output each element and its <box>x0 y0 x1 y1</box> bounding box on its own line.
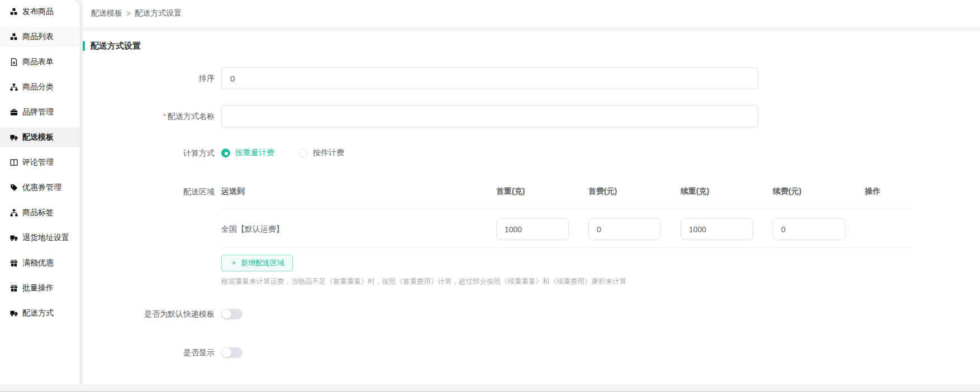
required-asterisk: * <box>163 112 166 121</box>
truck-icon <box>9 133 18 142</box>
title-accent-bar <box>83 41 85 51</box>
toggle-knob <box>222 348 231 357</box>
sidebar-item-label: 批量操作 <box>22 283 54 293</box>
sidebar-item-return-address-settings[interactable]: 退货地址设置 <box>0 228 80 248</box>
delivery-area-table: 运送到 首重(克) 首费(元) 续重(克) 续费(元) 操作 全国【默认运费】 <box>221 182 911 248</box>
calc-method-label: 计算方式 <box>83 147 221 159</box>
table-row: 全国【默认运费】 <box>221 209 911 248</box>
page-title-block: 配送方式设置 <box>83 40 980 51</box>
visible-toggle[interactable] <box>221 347 242 358</box>
sidebar-item-batch-operations[interactable]: 批量操作 <box>0 278 80 298</box>
first-weight-input[interactable] <box>496 218 569 240</box>
delivery-area-row: 配送区域 运送到 首重(克) 首费(元) 续重(克) 续费(元) 操作 全国【默… <box>83 182 980 286</box>
gift-icon <box>9 259 18 267</box>
name-label: *配送方式名称 <box>83 105 221 127</box>
sidebar-item-publish-product[interactable]: 发布商品 <box>0 2 80 22</box>
sidebar-item-product-form[interactable]: 商品表单 <box>0 52 80 72</box>
briefcase-icon <box>9 108 18 117</box>
sort-row: 排序 <box>83 67 980 89</box>
radio-by-weight[interactable]: 按重量计费 <box>221 148 274 158</box>
sidebar-item-delivery-method[interactable]: 配送方式 <box>0 303 80 323</box>
bottom-scroll-strip[interactable] <box>0 384 980 392</box>
sidebar-item-label: 评论管理 <box>22 157 54 168</box>
gift-icon <box>9 284 18 293</box>
sidebar-item-label: 商品分类 <box>22 82 54 92</box>
sidebar-item-label: 退货地址设置 <box>22 233 69 243</box>
sidebar-item-label: 优惠券管理 <box>22 183 61 193</box>
plus-icon: ＋ <box>230 258 237 268</box>
main-panel: 配送方式设置 排序 *配送方式名称 计算方式 <box>83 31 980 384</box>
sidebar-item-label: 配送方式 <box>22 308 54 318</box>
sidebar-item-full-discount[interactable]: 满额优惠 <box>0 253 80 273</box>
sidebar-item-product-list[interactable]: 商品列表 <box>0 27 80 47</box>
default-template-row: 是否为默认快递模板 <box>83 309 980 319</box>
sidebar-item-label: 商品表单 <box>22 57 54 67</box>
delivery-settings-form: 排序 *配送方式名称 计算方式 按重量计费 <box>83 67 980 358</box>
next-fee-input[interactable] <box>773 218 845 240</box>
table-header-row: 运送到 首重(克) 首费(元) 续重(克) 续费(元) 操作 <box>221 182 911 209</box>
add-delivery-area-button[interactable]: ＋ 新增配送区域 <box>221 255 293 271</box>
sitemap-icon <box>9 83 18 92</box>
app-window: 发布商品 商品列表 商品表单 商品分类 品牌管理 <box>0 0 980 392</box>
col-ship-to: 运送到 <box>221 187 496 197</box>
sidebar-item-label: 配送模板 <box>22 132 54 142</box>
default-template-label: 是否为默认快递模板 <box>83 309 221 319</box>
sidebar-item-product-category[interactable]: 商品分类 <box>0 77 80 97</box>
file-icon <box>9 58 18 66</box>
col-next-weight: 续重(克) <box>681 187 773 197</box>
sidebar-item-label: 商品标签 <box>22 208 54 218</box>
calc-method-row: 计算方式 按重量计费 按件计费 <box>83 147 980 159</box>
breadcrumb-current-page: 配送方式设置 <box>135 8 182 18</box>
cubes-icon <box>9 33 18 41</box>
sidebar-item-review-management[interactable]: 评论管理 <box>0 152 80 173</box>
visible-row: 是否显示 <box>83 347 980 358</box>
sidebar-item-product-tags[interactable]: 商品标签 <box>0 203 80 223</box>
delivery-area-label: 配送区域 <box>83 182 221 197</box>
radio-unselected-icon <box>299 149 308 157</box>
toggle-knob <box>222 309 231 319</box>
visible-label: 是否显示 <box>83 347 221 358</box>
radio-by-piece[interactable]: 按件计费 <box>299 148 344 158</box>
sidebar-item-coupon-management[interactable]: 优惠券管理 <box>0 178 80 198</box>
next-weight-input[interactable] <box>681 218 753 240</box>
sidebar-item-delivery-template[interactable]: 配送模板 <box>0 127 80 147</box>
col-first-weight: 首重(克) <box>496 187 588 197</box>
col-actions: 操作 <box>865 187 911 197</box>
delivery-name-input[interactable] <box>221 105 758 127</box>
sidebar-item-label: 品牌管理 <box>22 107 54 117</box>
breadcrumb-delivery-template[interactable]: 配送模板 <box>91 8 122 18</box>
truck-icon <box>9 309 18 318</box>
sort-label: 排序 <box>83 67 221 89</box>
sort-input[interactable] <box>221 67 758 89</box>
breadcrumb-separator: > <box>126 9 131 18</box>
radio-selected-icon <box>221 149 230 157</box>
sidebar-item-label: 满额优惠 <box>22 258 54 268</box>
sitemap-icon <box>9 209 18 217</box>
sidebar: 发布商品 商品列表 商品表单 商品分类 品牌管理 <box>0 0 80 384</box>
breadcrumb-bar: 配送模板 > 配送方式设置 <box>83 0 980 27</box>
sidebar-item-brand-management[interactable]: 品牌管理 <box>0 102 80 122</box>
sidebar-item-label: 发布商品 <box>22 7 54 17</box>
columns-icon <box>9 159 18 167</box>
col-first-fee: 首费(元) <box>588 187 681 197</box>
delivery-area-tip: 根据重量来计算运费，当物品不足《首重重量》时，按照《首重费用》计算，超过部分按照… <box>221 277 980 286</box>
calc-method-radio-group: 按重量计费 按件计费 <box>221 147 980 159</box>
default-template-toggle[interactable] <box>221 309 242 319</box>
truck-icon <box>9 234 18 242</box>
first-fee-input[interactable] <box>588 218 661 240</box>
tag-icon <box>9 184 18 192</box>
name-row: *配送方式名称 <box>83 105 980 127</box>
cubes-icon <box>9 8 18 16</box>
col-next-fee: 续费(元) <box>773 187 865 197</box>
destination-cell: 全国【默认运费】 <box>221 224 496 235</box>
page-title: 配送方式设置 <box>91 41 141 51</box>
sidebar-item-label: 商品列表 <box>22 32 54 42</box>
